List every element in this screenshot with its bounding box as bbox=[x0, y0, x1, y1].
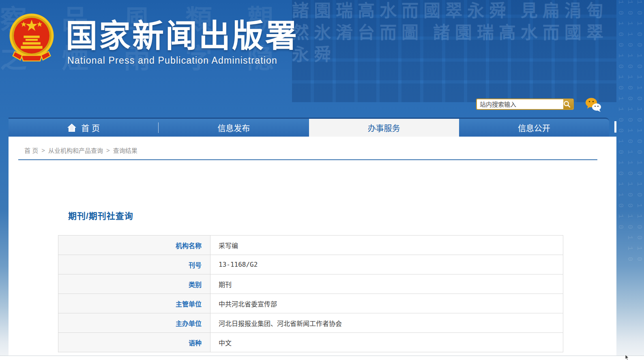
header-seal-texture: 諸園瑞高水而國翠永舜 見扁涓匋然氷淆台而圖 諸園瑞高水而國翠永舜 bbox=[292, 0, 616, 102]
table-row: 主办单位 河北日报报业集团、河北省新闻工作者协会 bbox=[58, 313, 563, 333]
search-button[interactable] bbox=[563, 101, 571, 108]
breadcrumb-separator: > bbox=[41, 147, 45, 154]
nav-edge-highlight bbox=[614, 121, 616, 133]
mouse-cursor bbox=[625, 355, 630, 360]
row-label: 刊号 bbox=[58, 255, 210, 274]
breadcrumb: 首 页 > 从业机构和产品查询 > 查询结果 bbox=[24, 146, 137, 154]
search-divider bbox=[573, 101, 574, 107]
breadcrumb-query[interactable]: 从业机构和产品查询 bbox=[48, 146, 103, 154]
table-row: 主管单位 中共河北省委宣传部 bbox=[58, 294, 563, 313]
page-title: 期刊/期刊社查询 bbox=[68, 209, 133, 221]
content-panel: 首 页 > 从业机构和产品查询 > 查询结果 期刊/期刊社查询 机构名称 采写编… bbox=[9, 137, 616, 356]
page-bottom-strip bbox=[0, 356, 644, 360]
site-search: 类别 bbox=[476, 99, 574, 110]
national-emblem-icon bbox=[8, 12, 55, 66]
national-emblem-logo[interactable] bbox=[8, 12, 55, 66]
wechat-share[interactable] bbox=[585, 97, 601, 112]
breadcrumb-divider bbox=[18, 159, 597, 160]
row-value: 中共河北省委宣传部 bbox=[210, 294, 563, 313]
nav-item-label: 办事服务 bbox=[368, 122, 400, 134]
row-label: 主办单位 bbox=[58, 313, 210, 333]
home-icon bbox=[67, 124, 76, 132]
site-subtitle: National Press and Publication Administr… bbox=[67, 55, 277, 66]
row-value: 中文 bbox=[210, 333, 563, 352]
row-value: 期刊 bbox=[210, 274, 563, 294]
search-input[interactable] bbox=[477, 99, 563, 109]
nav-item-home[interactable]: 首 页 bbox=[9, 119, 159, 137]
breadcrumb-separator: > bbox=[106, 147, 110, 154]
table-row: 刊号 13-1168/G2 bbox=[58, 255, 563, 274]
search-controls: 类别 bbox=[563, 99, 574, 109]
breadcrumb-current: 查询结果 bbox=[113, 146, 137, 154]
nav-item-disclosure[interactable]: 信息公开 bbox=[459, 119, 609, 137]
row-label: 类别 bbox=[58, 274, 210, 294]
query-result-table: 机构名称 采写编 刊号 13-1168/G2 类别 期刊 主管单位 中共河北省委… bbox=[58, 235, 563, 352]
nav-item-label: 信息公开 bbox=[518, 122, 550, 134]
search-icon bbox=[563, 101, 571, 108]
row-label: 主管单位 bbox=[58, 294, 210, 313]
breadcrumb-home[interactable]: 首 页 bbox=[24, 146, 38, 154]
table-row: 机构名称 采写编 bbox=[58, 236, 563, 255]
row-value: 13-1168/G2 bbox=[210, 255, 563, 274]
row-value: 采写编 bbox=[210, 236, 563, 255]
row-label: 机构名称 bbox=[58, 236, 210, 255]
main-navigation: 首 页 信息发布 办事服务 信息公开 bbox=[9, 118, 609, 137]
nav-item-label: 信息发布 bbox=[217, 122, 250, 134]
row-value: 河北日报报业集团、河北省新闻工作者协会 bbox=[210, 313, 563, 333]
wechat-icon bbox=[585, 97, 601, 112]
nav-item-news[interactable]: 信息发布 bbox=[159, 119, 309, 137]
nav-item-services[interactable]: 办事服务 bbox=[309, 119, 459, 137]
table-row: 类别 期刊 bbox=[58, 274, 563, 294]
table-row: 语种 中文 bbox=[58, 333, 563, 352]
row-label: 语种 bbox=[58, 333, 210, 352]
nav-item-label: 首 页 bbox=[81, 122, 100, 134]
site-title: 国家新闻出版署 bbox=[66, 11, 298, 56]
page-background: { "header": { "title": "国家新闻出版署", "subti… bbox=[0, 0, 644, 360]
